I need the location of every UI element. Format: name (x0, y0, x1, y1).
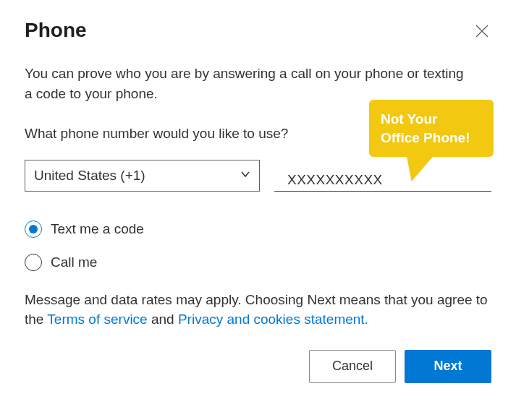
phone-input-row: United States (+1) (25, 160, 491, 192)
radio-text-code[interactable]: Text me a code (25, 220, 491, 238)
privacy-statement-link[interactable]: Privacy and cookies statement. (178, 312, 368, 327)
disclaimer-text: Message and data rates may apply. Choosi… (25, 290, 491, 330)
radio-label: Text me a code (51, 221, 144, 237)
radio-label: Call me (51, 254, 97, 270)
prompt-text: What phone number would you like to use? (25, 124, 491, 144)
disclaimer-and: and (148, 312, 178, 327)
page-title: Phone (25, 19, 87, 42)
country-code-select[interactable]: United States (+1) (25, 160, 260, 192)
radio-indicator (25, 220, 42, 238)
country-selected-label: United States (+1) (34, 168, 145, 184)
next-button[interactable]: Next (405, 350, 491, 383)
verification-method-group: Text me a code Call me (25, 220, 491, 271)
dialog-header: Phone (25, 19, 491, 43)
terms-of-service-link[interactable]: Terms of service (47, 312, 147, 327)
radio-call-me[interactable]: Call me (25, 254, 491, 271)
phone-dialog: Phone You can prove who you are by answe… (0, 0, 516, 408)
dialog-footer: Cancel Next (25, 350, 491, 383)
close-icon[interactable] (473, 22, 491, 43)
cancel-button[interactable]: Cancel (309, 350, 396, 383)
intro-text: You can prove who you are by answering a… (25, 64, 466, 103)
chevron-down-icon (240, 169, 250, 182)
radio-indicator (25, 254, 42, 271)
phone-number-input[interactable] (274, 166, 491, 192)
